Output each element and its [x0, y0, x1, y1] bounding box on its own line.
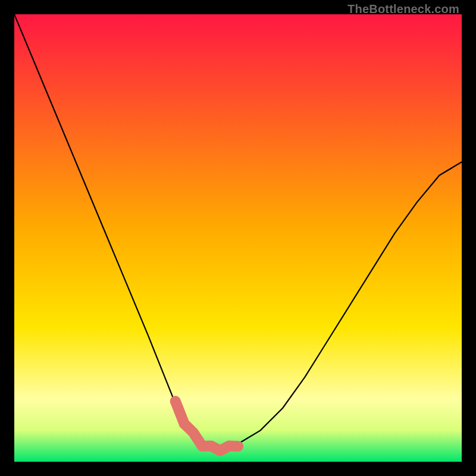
chart-frame: TheBottleneck.com: [0, 0, 476, 476]
chart-svg: [14, 14, 462, 462]
plot-area: [14, 14, 462, 462]
gradient-background: [14, 14, 462, 462]
